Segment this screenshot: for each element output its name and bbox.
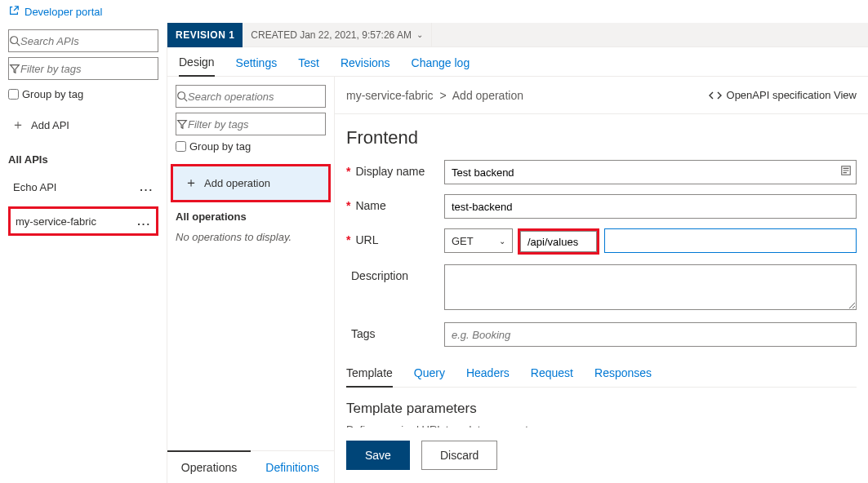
revision-created-text: CREATED Jan 22, 2021, 9:57:26 AM: [251, 29, 412, 41]
api-item-label: my-service-fabric: [16, 215, 96, 228]
label-description: Description: [351, 269, 408, 282]
developer-portal-link[interactable]: Developer portal: [24, 6, 102, 18]
label-url: URL: [355, 233, 378, 246]
plus-icon: ＋: [185, 175, 198, 192]
api-item-my-service-fabric[interactable]: my-service-fabric ...: [8, 206, 158, 236]
save-button[interactable]: Save: [346, 441, 410, 470]
group-by-tag-label: Group by tag: [22, 88, 83, 100]
http-method-dropdown[interactable]: GET ⌄: [444, 228, 513, 253]
add-operation-button[interactable]: ＋ Add operation: [171, 164, 331, 202]
search-apis-box[interactable]: [8, 29, 158, 52]
external-link-icon: [8, 5, 20, 19]
main-tabs: Design Settings Test Revisions Change lo…: [167, 47, 868, 77]
breadcrumb: my-service-fabric > Add operation: [346, 89, 523, 102]
svg-point-0: [11, 37, 18, 44]
filter-operations-input[interactable]: [188, 118, 331, 131]
label-tags: Tags: [351, 327, 376, 340]
group-by-tag-ops-checkbox[interactable]: [176, 141, 186, 152]
group-by-tag-apis[interactable]: Group by tag: [8, 88, 158, 100]
svg-point-1: [178, 92, 185, 100]
template-params-title: Template parameters: [346, 401, 857, 417]
more-icon[interactable]: ...: [137, 215, 151, 228]
more-icon[interactable]: ...: [140, 181, 154, 193]
add-api-button[interactable]: ＋ Add API: [8, 112, 158, 139]
filter-apis-input[interactable]: [20, 63, 163, 75]
tab-test[interactable]: Test: [298, 56, 319, 76]
search-operations-box[interactable]: [176, 85, 326, 108]
filter-icon: [9, 63, 20, 74]
form-icon: [840, 165, 852, 179]
filter-operations-box[interactable]: [176, 113, 326, 135]
group-by-tag-checkbox[interactable]: [8, 89, 19, 100]
add-api-label: Add API: [31, 119, 69, 131]
no-operations-text: No operations to display.: [176, 231, 326, 243]
all-operations-header: All operations: [176, 210, 326, 223]
search-icon: [176, 91, 188, 102]
label-name: Name: [355, 199, 385, 212]
discard-button[interactable]: Discard: [421, 441, 497, 470]
tab-design[interactable]: Design: [179, 55, 215, 77]
bottom-tab-definitions[interactable]: Definitions: [251, 451, 334, 483]
breadcrumb-separator: >: [439, 89, 446, 102]
filter-apis-box[interactable]: [8, 57, 158, 80]
subtab-headers[interactable]: Headers: [466, 360, 510, 387]
description-input[interactable]: [444, 264, 857, 310]
subtab-template[interactable]: Template: [346, 360, 393, 388]
url-path-highlight: [518, 228, 599, 255]
breadcrumb-op: Add operation: [452, 89, 523, 102]
filter-icon: [176, 118, 188, 130]
subtab-responses[interactable]: Responses: [594, 360, 652, 387]
revision-created[interactable]: CREATED Jan 22, 2021, 9:57:26 AM ⌄: [243, 23, 432, 47]
tab-revisions[interactable]: Revisions: [341, 56, 390, 76]
chevron-down-icon: ⌄: [499, 237, 505, 246]
name-input[interactable]: [444, 194, 857, 219]
api-item-label: Echo API: [13, 181, 56, 193]
openapi-spec-view[interactable]: OpenAPI specification View: [709, 89, 857, 102]
tab-settings[interactable]: Settings: [236, 56, 278, 76]
revision-bar: REVISION 1 CREATED Jan 22, 2021, 9:57:26…: [167, 23, 868, 47]
breadcrumb-api[interactable]: my-service-fabric: [346, 89, 434, 102]
subtab-query[interactable]: Query: [414, 360, 445, 387]
all-apis-header: All APIs: [8, 153, 158, 166]
code-icon: [709, 89, 722, 102]
required-marker: *: [346, 199, 350, 212]
chevron-down-icon: ⌄: [416, 30, 423, 39]
frontend-subtabs: Template Query Headers Request Responses: [346, 360, 857, 388]
group-by-tag-ops[interactable]: Group by tag: [176, 140, 326, 153]
group-by-tag-ops-label: Group by tag: [189, 140, 251, 153]
url-path-input[interactable]: [520, 231, 597, 252]
subtab-request[interactable]: Request: [531, 360, 573, 387]
tab-change-log[interactable]: Change log: [412, 56, 470, 76]
label-display-name: Display name: [355, 165, 425, 178]
bottom-tab-operations[interactable]: Operations: [167, 450, 251, 483]
tags-input[interactable]: [444, 322, 857, 347]
revision-badge: REVISION 1: [167, 23, 243, 47]
section-frontend-title: Frontend: [346, 127, 857, 148]
api-item-echo[interactable]: Echo API ...: [8, 172, 158, 202]
url-rest-input[interactable]: [604, 228, 857, 253]
openapi-label: OpenAPI specification View: [727, 89, 857, 101]
required-marker: *: [346, 233, 350, 246]
search-icon: [9, 35, 20, 47]
search-apis-input[interactable]: [20, 35, 163, 47]
add-operation-label: Add operation: [204, 177, 270, 189]
display-name-input[interactable]: [444, 160, 857, 184]
plus-icon: ＋: [11, 117, 24, 134]
search-operations-input[interactable]: [188, 91, 331, 103]
http-method-value: GET: [452, 235, 474, 247]
required-marker: *: [346, 165, 350, 178]
